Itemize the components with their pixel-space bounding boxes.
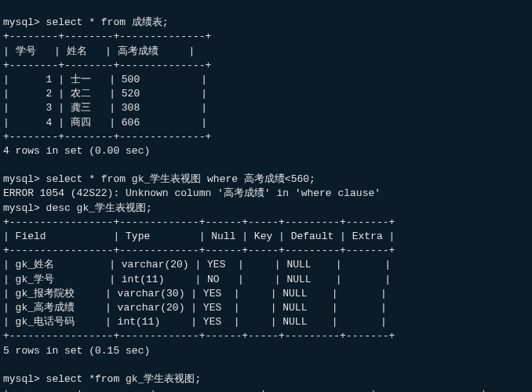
table2-row-1: | gk_姓名 | varchar(20) | YES | | NULL | | bbox=[3, 259, 391, 270]
table2-border-mid: +-----------------+-------------+------+… bbox=[3, 245, 395, 256]
table2-border-bot: +-----------------+-------------+------+… bbox=[3, 330, 395, 342]
result-2: 5 rows in set (0.15 sec) bbox=[3, 345, 150, 357]
result-1: 4 rows in set (0.00 sec) bbox=[3, 145, 150, 157]
prompt-line-2: mysql> select * from gk_学生表视图 where 高考成绩… bbox=[3, 173, 315, 185]
table2-row-5: | gk_电话号码 | int(11) | YES | | NULL | | bbox=[3, 316, 387, 328]
error-line: ERROR 1054 (42S22): Unknown column '高考成绩… bbox=[3, 187, 381, 199]
table1-border-mid: +--------+--------+--------------+ bbox=[3, 60, 211, 71]
table3-border-top: +-----------+-----------+---------------… bbox=[3, 387, 486, 392]
table2-row-4: | gk_高考成绩 | varchar(20) | YES | | NULL |… bbox=[3, 302, 387, 314]
prompt-line-3: mysql> desc gk_学生表视图; bbox=[3, 202, 152, 214]
table1-row-3: | 3 | 龚三 | 308 | bbox=[3, 102, 207, 114]
table2-row-3: | gk_报考院校 | varchar(30) | YES | | NULL |… bbox=[3, 288, 387, 299]
table1-border-top: +--------+--------+--------------+ bbox=[3, 31, 211, 42]
terminal-output: mysql> select * from 成绩表; +--------+----… bbox=[3, 16, 532, 392]
table2-row-2: | gk_学号 | int(11) | NO | | NULL | | bbox=[3, 274, 391, 285]
table1-border-bot: +--------+--------+--------------+ bbox=[3, 131, 211, 143]
prompt-line-1: mysql> select * from 成绩表; bbox=[3, 16, 169, 28]
table1-row-1: | 1 | 士一 | 500 | bbox=[3, 74, 207, 85]
table2-header: | Field | Type | Null | Key | Default | … bbox=[3, 230, 395, 242]
table2-border-top: +-----------------+-------------+------+… bbox=[3, 216, 395, 228]
table1-row-4: | 4 | 商四 | 606 | bbox=[3, 117, 207, 129]
prompt-line-4: mysql> select *from gk_学生表视图; bbox=[3, 373, 201, 385]
table1-row-2: | 2 | 农二 | 520 | bbox=[3, 88, 207, 100]
table1-header: | 学号 | 姓名 | 高考成绩 | bbox=[3, 45, 195, 57]
